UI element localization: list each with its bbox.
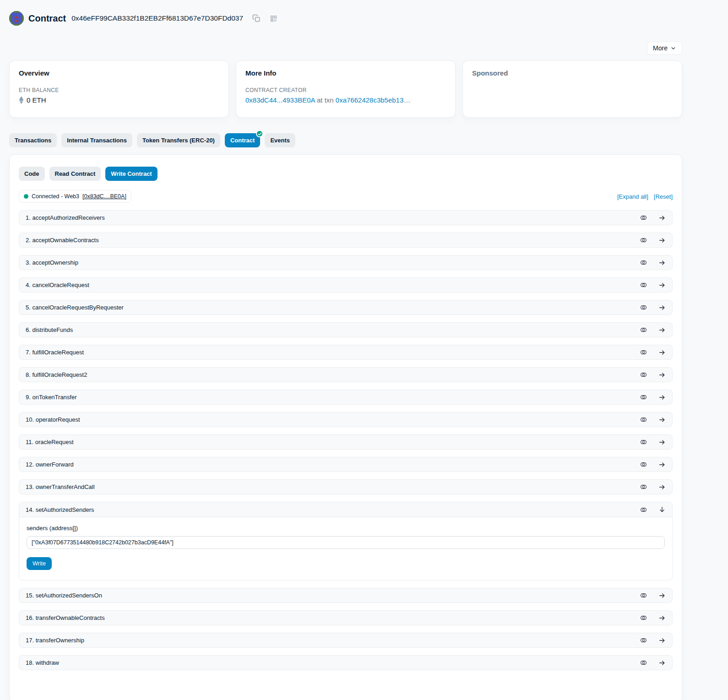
connected-dot-icon bbox=[24, 194, 28, 199]
nav-read-contract[interactable]: Read Contract bbox=[49, 167, 101, 181]
collapse-arrow-icon[interactable] bbox=[658, 506, 666, 513]
permalink-icon[interactable] bbox=[640, 326, 647, 334]
nav-write-contract[interactable]: Write Contract bbox=[105, 167, 157, 181]
function-label: 2. acceptOwnableContracts bbox=[26, 237, 99, 244]
function-row-acceptOwnableContracts[interactable]: 2. acceptOwnableContracts bbox=[19, 233, 673, 248]
expand-arrow-icon[interactable] bbox=[658, 371, 666, 379]
more-button-label: More bbox=[653, 44, 668, 52]
param-input[interactable] bbox=[27, 536, 665, 549]
eth-icon bbox=[19, 96, 24, 104]
permalink-icon[interactable] bbox=[640, 438, 647, 446]
txn-connector-text: at txn bbox=[317, 96, 334, 104]
permalink-icon[interactable] bbox=[640, 304, 647, 311]
function-label: 10. operatorRequest bbox=[26, 416, 80, 423]
expand-arrow-icon[interactable] bbox=[658, 349, 666, 356]
contract-panel: Code Read Contract Write Contract Connec… bbox=[9, 154, 682, 700]
nav-code[interactable]: Code bbox=[19, 167, 45, 181]
function-row-withdraw[interactable]: 18. withdraw bbox=[19, 655, 673, 670]
contract-address: 0x46eFF99CAB332f1B2EB2Ff6813D67e7D30FDd0… bbox=[71, 14, 243, 22]
write-button[interactable]: Write bbox=[27, 557, 52, 570]
expand-arrow-icon[interactable] bbox=[658, 659, 666, 667]
expand-arrow-icon[interactable] bbox=[658, 394, 666, 401]
tab-events[interactable]: Events bbox=[265, 133, 295, 147]
tab-contract-label: Contract bbox=[230, 137, 255, 144]
expand-arrow-icon[interactable] bbox=[658, 483, 666, 491]
permalink-icon[interactable] bbox=[640, 259, 647, 266]
contract-nav: Code Read Contract Write Contract bbox=[19, 167, 673, 181]
permalink-icon[interactable] bbox=[640, 393, 647, 401]
copy-icon[interactable] bbox=[252, 14, 261, 22]
expand-arrow-icon[interactable] bbox=[658, 461, 666, 468]
function-row-acceptAuthorizedReceivers[interactable]: 1. acceptAuthorizedReceivers bbox=[19, 210, 673, 225]
function-label: 3. acceptOwnership bbox=[26, 259, 78, 266]
permalink-icon[interactable] bbox=[640, 506, 647, 514]
function-label: 4. cancelOracleRequest bbox=[26, 282, 89, 288]
function-label: 14. setAuthorizedSenders bbox=[26, 506, 94, 513]
expand-arrow-icon[interactable] bbox=[658, 237, 666, 244]
connected-wallet-link[interactable]: [0x83dC....BE0A] bbox=[82, 193, 126, 200]
creation-txn-link[interactable]: 0xa7662428c3b5eb13… bbox=[336, 96, 410, 104]
function-row-distributeFunds[interactable]: 6. distributeFunds bbox=[19, 322, 673, 337]
eth-balance-label: ETH BALANCE bbox=[19, 87, 219, 93]
reset-link[interactable]: [Reset] bbox=[654, 193, 673, 200]
more-button[interactable]: More bbox=[647, 41, 682, 55]
tab-internal-transactions[interactable]: Internal Transactions bbox=[61, 133, 132, 147]
permalink-icon[interactable] bbox=[640, 214, 647, 222]
permalink-icon[interactable] bbox=[640, 281, 647, 289]
permalink-icon[interactable] bbox=[640, 416, 647, 423]
permalink-icon[interactable] bbox=[640, 236, 647, 244]
function-label: 15. setAuthorizedSendersOn bbox=[26, 592, 102, 599]
function-row-cancelOracleRequestByRequester[interactable]: 5. cancelOracleRequestByRequester bbox=[19, 300, 673, 315]
permalink-icon[interactable] bbox=[640, 461, 647, 468]
expand-arrow-icon[interactable] bbox=[658, 637, 666, 644]
function-row-transferOwnableContracts[interactable]: 16. transferOwnableContracts bbox=[19, 610, 673, 625]
expand-arrow-icon[interactable] bbox=[658, 304, 666, 311]
tab-token-transfers[interactable]: Token Transfers (ERC-20) bbox=[137, 133, 220, 147]
contract-identicon bbox=[9, 11, 24, 26]
expand-arrow-icon[interactable] bbox=[658, 214, 666, 222]
function-row-oracleRequest[interactable]: 11. oracleRequest bbox=[19, 434, 673, 450]
function-row-acceptOwnership[interactable]: 3. acceptOwnership bbox=[19, 255, 673, 270]
function-label: 12. ownerForward bbox=[26, 461, 74, 468]
function-label: 16. transferOwnableContracts bbox=[26, 614, 105, 621]
function-label: 13. ownerTransferAndCall bbox=[26, 483, 95, 490]
expand-arrow-icon[interactable] bbox=[658, 326, 666, 334]
permalink-icon[interactable] bbox=[640, 659, 647, 667]
expand-all-link[interactable]: [Expand all] bbox=[617, 193, 648, 200]
function-row-onTokenTransfer[interactable]: 9. onTokenTransfer bbox=[19, 390, 673, 405]
function-row-ownerTransferAndCall[interactable]: 13. ownerTransferAndCall bbox=[19, 479, 673, 494]
tab-contract[interactable]: Contract bbox=[225, 133, 260, 147]
sponsored-card-title: Sponsored bbox=[472, 69, 673, 77]
expand-arrow-icon[interactable] bbox=[658, 259, 666, 266]
permalink-icon[interactable] bbox=[640, 483, 647, 491]
function-row-transferOwnership[interactable]: 17. transferOwnership bbox=[19, 633, 673, 648]
function-label: 8. fulfillOracleRequest2 bbox=[26, 371, 87, 378]
permalink-icon[interactable] bbox=[640, 636, 647, 644]
expand-arrow-icon[interactable] bbox=[658, 282, 666, 289]
function-row-cancelOracleRequest[interactable]: 4. cancelOracleRequest bbox=[19, 277, 673, 293]
function-row-setAuthorizedSenders[interactable]: 14. setAuthorizedSenders bbox=[19, 502, 672, 517]
expand-arrow-icon[interactable] bbox=[658, 416, 666, 423]
write-form: senders (address[])Write bbox=[19, 517, 672, 580]
verified-check-icon bbox=[256, 130, 263, 137]
function-row-operatorRequest[interactable]: 10. operatorRequest bbox=[19, 412, 673, 427]
permalink-icon[interactable] bbox=[640, 371, 647, 379]
function-label: 1. acceptAuthorizedReceivers bbox=[26, 214, 105, 221]
connection-status: Connected - Web3 [0x83dC....BE0A] bbox=[19, 190, 131, 203]
creator-address-link[interactable]: 0x83dC44...4933BE0A bbox=[245, 96, 315, 104]
qr-code-icon[interactable] bbox=[270, 15, 277, 22]
eth-balance-value: 0 ETH bbox=[27, 96, 46, 104]
permalink-icon[interactable] bbox=[640, 348, 647, 356]
permalink-icon[interactable] bbox=[640, 591, 647, 599]
function-row-ownerForward[interactable]: 12. ownerForward bbox=[19, 457, 673, 472]
tab-transactions[interactable]: Transactions bbox=[9, 133, 57, 147]
expand-arrow-icon[interactable] bbox=[658, 614, 666, 622]
function-row-fulfillOracleRequest2[interactable]: 8. fulfillOracleRequest2 bbox=[19, 367, 673, 382]
function-row-setAuthorizedSendersOn[interactable]: 15. setAuthorizedSendersOn bbox=[19, 588, 673, 603]
expand-arrow-icon[interactable] bbox=[658, 592, 666, 599]
permalink-icon[interactable] bbox=[640, 614, 647, 622]
overview-card: Overview ETH BALANCE 0 ETH bbox=[9, 60, 229, 118]
function-label: 11. oracleRequest bbox=[26, 439, 74, 445]
function-row-fulfillOracleRequest[interactable]: 7. fulfillOracleRequest bbox=[19, 345, 673, 360]
expand-arrow-icon[interactable] bbox=[658, 439, 666, 446]
